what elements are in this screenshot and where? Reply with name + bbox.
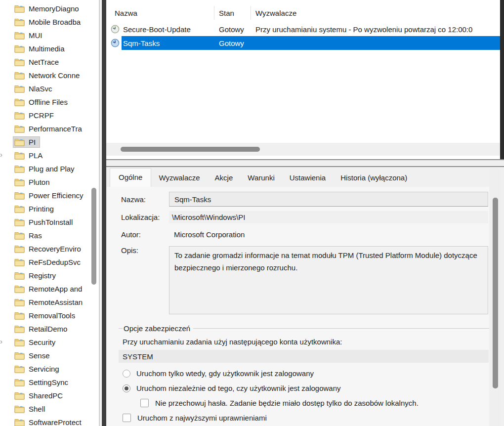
- description-line-1: To zadanie gromadzi informacje na temat …: [174, 249, 487, 261]
- tree-item-remoteapp-and[interactable]: › RemoteApp and: [0, 282, 98, 296]
- tree-item-pcrpf[interactable]: › PCRPF: [0, 109, 98, 122]
- tree-item-softwareprotect[interactable]: › SoftwareProtect: [0, 416, 98, 426]
- tree-item-offline-files[interactable]: › Offline Files: [0, 95, 98, 109]
- tree-item-registry[interactable]: › Registry: [0, 269, 98, 282]
- tab-historia-wyłączona-[interactable]: Historia (wyłączona): [333, 170, 415, 187]
- tree-vertical-scrollbar[interactable]: [91, 188, 96, 285]
- author-field-row: Autor: Microsoft Corporation: [121, 230, 490, 239]
- description-label: Opis:: [121, 246, 169, 314]
- tree-item-security[interactable]: › Security: [0, 336, 98, 349]
- tree-item-shell[interactable]: › Shell: [0, 402, 98, 416]
- tab-ogólne[interactable]: Ogólne: [110, 168, 151, 187]
- folder-icon: [14, 151, 25, 160]
- radio-row-regardless: Uruchom niezależnie od tego, czy użytkow…: [123, 384, 495, 392]
- tree-item-multimedia[interactable]: › Multimedia: [0, 42, 98, 55]
- tree-item-nettrace[interactable]: › NetTrace: [0, 55, 98, 69]
- tab-warunki[interactable]: Warunki: [240, 170, 282, 187]
- location-value: \Microsoft\Windows\PI: [172, 213, 245, 221]
- tree-item-label: Shell: [29, 405, 45, 413]
- tree-item-plug-and-play[interactable]: › Plug and Play: [0, 162, 98, 175]
- tree-item-recoveryenviro[interactable]: › RecoveryEnviro: [0, 242, 98, 256]
- tree-item-network-conne[interactable]: › Network Conne: [0, 69, 98, 82]
- tree-item-label: Offline Files: [29, 98, 68, 106]
- folder-icon: [14, 378, 25, 386]
- tree-item-pla[interactable]: › PLA: [0, 149, 98, 162]
- checkbox-highest-privileges[interactable]: [123, 414, 131, 422]
- folder-icon: [14, 31, 25, 40]
- chevron-right-icon[interactable]: ›: [0, 337, 2, 345]
- checkbox-highest-privileges-label: Uruchom z najwyższymi uprawnieniami: [137, 414, 267, 422]
- details-vertical-scrollbar[interactable]: [489, 168, 501, 426]
- column-header-stan[interactable]: Stan: [214, 3, 251, 22]
- tree-item-sense[interactable]: › Sense: [0, 349, 98, 362]
- tree-item-mui[interactable]: › MUI: [0, 29, 98, 42]
- task-name: Sqm-Tasks: [123, 39, 160, 47]
- tree-item-refsdedupsvc[interactable]: › ReFsDedupSvc: [0, 256, 98, 269]
- tree-item-sharedpc[interactable]: › SharedPC: [0, 389, 98, 402]
- tree-item-ras[interactable]: › Ras: [0, 229, 98, 242]
- tree-item-nlasvc[interactable]: › NlaSvc: [0, 82, 98, 95]
- folder-icon: [14, 405, 25, 413]
- checkbox-no-password[interactable]: [140, 399, 149, 407]
- tree-item-label: RemoteApp and: [29, 285, 82, 293]
- tree-item-label: MemoryDiagno: [29, 4, 79, 13]
- folder-icon: [14, 351, 25, 360]
- task-triggers: [251, 36, 500, 50]
- horizontal-scrollbar-thumb[interactable]: [121, 147, 260, 152]
- name-input[interactable]: Sqm-Tasks: [169, 192, 488, 207]
- tree-item-servicing[interactable]: › Servicing: [0, 362, 98, 376]
- panel-splitter[interactable]: [106, 159, 504, 167]
- tree-item-remoteassistan[interactable]: › RemoteAssistan: [0, 296, 98, 309]
- chevron-right-icon[interactable]: ›: [0, 150, 2, 159]
- tree-item-settingsync[interactable]: › SettingSync: [0, 376, 98, 389]
- tab-akcje[interactable]: Akcje: [208, 170, 241, 187]
- tree-item-removaltools[interactable]: › RemovalTools: [0, 309, 98, 322]
- tree-item-label: SettingSync: [29, 378, 68, 386]
- tab-page-general: Nazwa: Sqm-Tasks Lokalizacja: \Microsoft…: [106, 187, 490, 426]
- folder-icon: [14, 4, 25, 13]
- tree-item-memorydiagno[interactable]: › MemoryDiagno: [0, 2, 98, 15]
- tree-item-label: NlaSvc: [29, 85, 52, 93]
- vertical-scrollbar-thumb[interactable]: [493, 198, 498, 388]
- column-header-nazwa[interactable]: Nazwa: [106, 3, 214, 22]
- tree-item-pushtoinstall[interactable]: › PushToInstall: [0, 215, 98, 229]
- checkbox-no-password-label: Nie przechowuj hasła. Zadanie będzie mia…: [155, 399, 419, 407]
- security-options-group: Opcje zabezpieczeń Przy uruchamianiu zad…: [119, 324, 495, 422]
- description-line-2: bezpiecznego i mierzonego rozruchu.: [174, 261, 487, 274]
- task-list-panel: NazwaStanWyzwalacze Secure-Boot-Update G…: [106, 0, 500, 159]
- folder-icon: [14, 111, 25, 120]
- tree-item-power-efficiency[interactable]: › Power Efficiency: [0, 189, 98, 202]
- folder-icon: [14, 125, 25, 133]
- task-row-sqm-tasks[interactable]: Sqm-Tasks Gotowy: [106, 36, 500, 50]
- tab-ustawienia[interactable]: Ustawienia: [282, 170, 333, 187]
- task-state: Gotowy: [214, 36, 251, 50]
- folder-icon: [14, 58, 25, 66]
- tree-item-mobile-broadba[interactable]: › Mobile Broadba: [0, 15, 98, 29]
- column-header-wyzwalacze[interactable]: Wyzwalacze: [251, 3, 500, 22]
- tree-item-label: Printing: [29, 205, 54, 213]
- description-field-row: Opis: To zadanie gromadzi informacje na …: [121, 246, 490, 314]
- radio-logged-on[interactable]: [123, 370, 130, 378]
- task-row-secure-boot-update[interactable]: Secure-Boot-Update Gotowy Przy uruchamia…: [106, 22, 500, 36]
- tree-item-retaildemo[interactable]: › RetailDemo: [0, 322, 98, 336]
- tree-item-label: Servicing: [29, 365, 59, 373]
- task-list-horizontal-scrollbar[interactable]: [106, 143, 500, 156]
- folder-icon: [14, 311, 25, 320]
- author-label: Autor:: [121, 230, 169, 239]
- tree-item-label: ReFsDedupSvc: [29, 258, 81, 266]
- tree-item-label: Plug and Play: [29, 165, 75, 173]
- tree-item-performancetra[interactable]: › PerformanceTra: [0, 122, 98, 135]
- tab-wyzwalacze[interactable]: Wyzwalacze: [151, 170, 207, 187]
- tree-item-label: Multimedia: [29, 44, 65, 53]
- tree-item-pi[interactable]: › PI: [0, 135, 98, 149]
- radio-regardless[interactable]: [123, 384, 130, 392]
- folder-icon: [14, 178, 25, 186]
- tree-item-label: PLA: [29, 151, 42, 160]
- tree-item-pluton[interactable]: › Pluton: [0, 175, 98, 189]
- description-textarea[interactable]: To zadanie gromadzi informacje na temat …: [169, 246, 488, 314]
- tree-item-label: Registry: [29, 271, 56, 280]
- tree-item-printing[interactable]: › Printing: [0, 202, 98, 215]
- window-frame-right: [500, 0, 504, 159]
- panel-right-filler: [501, 167, 504, 426]
- folder-icon: [14, 365, 25, 373]
